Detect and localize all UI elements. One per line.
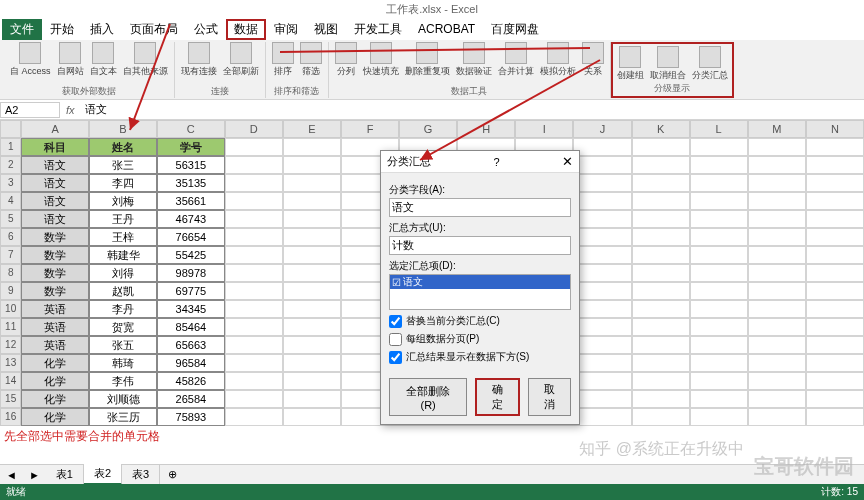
ribbon-button[interactable]: 关系 (580, 42, 606, 78)
table-cell[interactable]: 李四 (89, 174, 157, 192)
row-header[interactable]: 10 (0, 300, 21, 318)
empty-cell[interactable] (573, 174, 631, 192)
column-header[interactable]: D (225, 120, 283, 138)
sheet-tab[interactable]: 表2 (84, 464, 122, 485)
table-cell[interactable]: 35661 (157, 192, 225, 210)
empty-cell[interactable] (573, 264, 631, 282)
empty-cell[interactable] (748, 390, 806, 408)
table-cell[interactable]: 语文 (21, 156, 89, 174)
empty-cell[interactable] (690, 228, 748, 246)
empty-cell[interactable] (225, 390, 283, 408)
empty-cell[interactable] (225, 174, 283, 192)
table-cell[interactable]: 语文 (21, 174, 89, 192)
row-header[interactable]: 11 (0, 318, 21, 336)
empty-cell[interactable] (632, 354, 690, 372)
table-cell[interactable]: 赵凯 (89, 282, 157, 300)
empty-cell[interactable] (690, 408, 748, 426)
empty-cell[interactable] (806, 282, 864, 300)
table-cell[interactable]: 98978 (157, 264, 225, 282)
empty-cell[interactable] (806, 336, 864, 354)
empty-cell[interactable] (806, 228, 864, 246)
empty-cell[interactable] (573, 300, 631, 318)
empty-cell[interactable] (806, 300, 864, 318)
empty-cell[interactable] (283, 390, 341, 408)
tab-开发工具[interactable]: 开发工具 (346, 19, 410, 40)
empty-cell[interactable] (690, 354, 748, 372)
empty-cell[interactable] (748, 138, 806, 156)
empty-cell[interactable] (632, 408, 690, 426)
empty-cell[interactable] (748, 156, 806, 174)
empty-cell[interactable] (225, 336, 283, 354)
column-header[interactable]: A (21, 120, 89, 138)
row-header[interactable]: 16 (0, 408, 21, 426)
empty-cell[interactable] (690, 282, 748, 300)
empty-cell[interactable] (806, 174, 864, 192)
empty-cell[interactable] (225, 192, 283, 210)
checkbox-input[interactable] (389, 333, 402, 346)
empty-cell[interactable] (690, 210, 748, 228)
empty-cell[interactable] (806, 264, 864, 282)
empty-cell[interactable] (225, 318, 283, 336)
tab-审阅[interactable]: 审阅 (266, 19, 306, 40)
ribbon-button[interactable]: 合并计算 (496, 42, 536, 78)
empty-cell[interactable] (690, 318, 748, 336)
empty-cell[interactable] (806, 390, 864, 408)
table-cell[interactable]: 英语 (21, 318, 89, 336)
table-cell[interactable]: 化学 (21, 408, 89, 426)
table-cell[interactable]: 35135 (157, 174, 225, 192)
empty-cell[interactable] (573, 156, 631, 174)
empty-cell[interactable] (806, 210, 864, 228)
empty-cell[interactable] (573, 372, 631, 390)
ribbon-button[interactable]: 自 Access (8, 42, 53, 78)
empty-cell[interactable] (748, 336, 806, 354)
empty-cell[interactable] (283, 336, 341, 354)
empty-cell[interactable] (806, 372, 864, 390)
row-header[interactable]: 12 (0, 336, 21, 354)
tab-页面布局[interactable]: 页面布局 (122, 19, 186, 40)
row-header[interactable]: 3 (0, 174, 21, 192)
tab-公式[interactable]: 公式 (186, 19, 226, 40)
table-cell[interactable]: 56315 (157, 156, 225, 174)
table-cell[interactable]: 韩建华 (89, 246, 157, 264)
ribbon-button[interactable]: 排序 (270, 42, 296, 78)
ribbon-button[interactable]: 自文本 (88, 42, 119, 78)
empty-cell[interactable] (283, 300, 341, 318)
table-cell[interactable]: 化学 (21, 390, 89, 408)
empty-cell[interactable] (573, 390, 631, 408)
checkbox-replace[interactable]: 替换当前分类汇总(C) (389, 314, 571, 328)
table-cell[interactable]: 65663 (157, 336, 225, 354)
empty-cell[interactable] (690, 174, 748, 192)
table-cell[interactable]: 26584 (157, 390, 225, 408)
ribbon-button[interactable]: 删除重复项 (403, 42, 452, 78)
ribbon-button[interactable]: 模拟分析 (538, 42, 578, 78)
empty-cell[interactable] (283, 318, 341, 336)
table-cell[interactable]: 张三历 (89, 408, 157, 426)
empty-cell[interactable] (748, 282, 806, 300)
table-cell[interactable]: 王丹 (89, 210, 157, 228)
table-cell[interactable]: 刘得 (89, 264, 157, 282)
column-header[interactable]: M (748, 120, 806, 138)
empty-cell[interactable] (225, 246, 283, 264)
table-cell[interactable]: 刘梅 (89, 192, 157, 210)
ribbon-button[interactable]: 数据验证 (454, 42, 494, 78)
empty-cell[interactable] (690, 156, 748, 174)
table-header-cell[interactable]: 姓名 (89, 138, 157, 156)
row-header[interactable]: 2 (0, 156, 21, 174)
empty-cell[interactable] (225, 372, 283, 390)
empty-cell[interactable] (632, 282, 690, 300)
empty-cell[interactable] (225, 408, 283, 426)
empty-cell[interactable] (806, 156, 864, 174)
empty-cell[interactable] (632, 138, 690, 156)
table-cell[interactable]: 王梓 (89, 228, 157, 246)
empty-cell[interactable] (748, 408, 806, 426)
tab-ACROBAT[interactable]: ACROBAT (410, 20, 483, 38)
empty-cell[interactable] (283, 228, 341, 246)
table-cell[interactable]: 化学 (21, 354, 89, 372)
empty-cell[interactable] (632, 390, 690, 408)
row-header[interactable]: 6 (0, 228, 21, 246)
tab-开始[interactable]: 开始 (42, 19, 82, 40)
ribbon-button[interactable]: 自网站 (55, 42, 86, 78)
empty-cell[interactable] (225, 354, 283, 372)
column-header[interactable]: I (515, 120, 573, 138)
column-header[interactable]: J (573, 120, 631, 138)
